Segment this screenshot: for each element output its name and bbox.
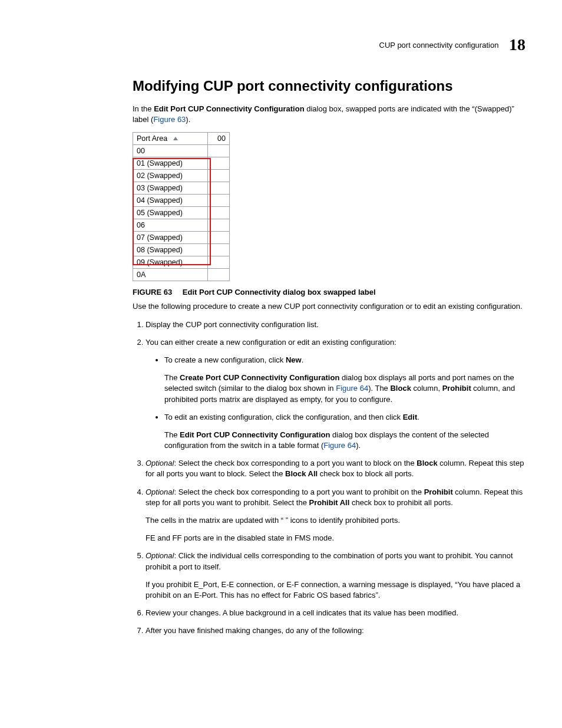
column-name: Prohibit [442,384,471,393]
checkbox-name: Block All [285,469,318,478]
text: check box to prohibit all ports. [349,498,453,507]
intro-paragraph: In the Edit Port CUP Connectivity Config… [133,104,525,125]
table-row[interactable]: 09 (Swapped) [133,256,208,269]
step-text: Review your changes. A blue background i… [146,608,458,617]
text: : Select the check box corresponding to … [174,459,416,467]
step-5: Optional: Click the individual cells cor… [146,551,525,601]
table-cell[interactable] [208,145,230,157]
running-title: CUP port connectivity configuration [379,41,499,50]
table-row[interactable]: 01 (Swapped) [133,157,208,170]
text: . [417,413,419,421]
step-text: You can either create a new configuratio… [146,337,525,348]
dialog-name: Create Port CUP Connectivity Configurati… [180,373,339,382]
procedure-steps: Display the CUP port connectivity config… [133,319,525,637]
step-text: Display the CUP port connectivity config… [146,320,319,329]
text: ). The [368,384,390,393]
text: To create a new configuration, click [164,355,286,364]
button-label-edit: Edit [403,413,418,421]
step-1: Display the CUP port connectivity config… [146,319,525,330]
table-cell[interactable] [208,219,230,232]
table-cell[interactable] [208,256,230,269]
optional-label: Optional [146,459,174,467]
table-cell[interactable] [208,182,230,195]
button-label-new: New [286,355,302,364]
text: The [164,430,180,439]
text: ). [186,115,190,124]
figure-63: Port Area 00 00 01 (Swapped) 02 (Swapped… [133,132,525,297]
table-header-port-area[interactable]: Port Area [133,133,208,145]
col-header-text: Port Area [137,134,167,143]
running-header: CUP port connectivity configuration 18 [133,35,525,54]
step-text: After you have finished making changes, … [146,626,364,635]
text: In the [133,104,154,113]
figure-link[interactable]: Figure 63 [153,115,186,124]
step-4: Optional: Select the check box correspon… [146,487,525,544]
figure-link[interactable]: Figure 64 [323,441,356,450]
table-row[interactable]: 04 (Swapped) [133,195,208,207]
table-cell[interactable] [208,207,230,219]
step-note: The cells in the matrix are updated with… [146,515,525,526]
table-row[interactable]: 06 [133,219,208,232]
text: To edit an existing configuration, click… [164,413,403,421]
sort-ascending-icon[interactable] [173,137,178,140]
figure-caption: FIGURE 63 Edit Port CUP Connectivity dia… [133,288,525,297]
optional-label: Optional [146,551,174,560]
page: CUP port connectivity configuration 18 M… [0,0,562,728]
optional-label: Optional [146,487,174,496]
port-area-table: Port Area 00 00 01 (Swapped) 02 (Swapped… [133,132,230,281]
instruction-paragraph: Use the following procedure to create a … [133,301,525,312]
table-row[interactable]: 05 (Swapped) [133,207,208,219]
text: : Click the individual cells correspondi… [146,551,513,571]
step-7: After you have finished making changes, … [146,625,525,636]
table-cell[interactable] [208,232,230,244]
text: . [302,355,304,364]
table-cell[interactable] [208,195,230,207]
text: check box to block all ports. [318,469,414,478]
table-row[interactable]: 03 (Swapped) [133,182,208,195]
bullet-new-config: To create a new configuration, click New… [164,355,525,405]
figure-label: FIGURE 63 [133,288,172,297]
table-row[interactable]: 08 (Swapped) [133,244,208,256]
column-name: Prohibit [424,487,453,496]
section-heading: Modifying CUP port connectivity configur… [133,78,525,94]
text: The [164,373,180,382]
step-2: You can either create a new configuratio… [146,337,525,452]
step-note: If you prohibit E_Port, E-E connection, … [146,579,525,601]
dialog-name: Edit Port CUP Connectivity Configuration [180,430,330,439]
text: column, [411,384,442,393]
chapter-number: 18 [509,35,525,54]
table-header-col2[interactable]: 00 [208,133,230,145]
table-cell[interactable] [208,157,230,170]
figure-link[interactable]: Figure 64 [336,384,368,393]
table-row[interactable]: 0A [133,269,208,281]
step-6: Review your changes. A blue background i… [146,608,525,618]
dialog-name: Edit Port CUP Connectivity Configuration [154,104,304,113]
column-name: Block [390,384,411,393]
table-cell[interactable] [208,170,230,182]
column-name: Block [416,459,437,467]
text: : Select the check box corresponding to … [174,487,424,496]
table-row[interactable]: 07 (Swapped) [133,232,208,244]
text: ). [356,441,361,450]
step-note: FE and FF ports are in the disabled stat… [146,533,525,543]
table-row[interactable]: 02 (Swapped) [133,170,208,182]
table-cell[interactable] [208,244,230,256]
figure-caption-text: Edit Port CUP Connectivity dialog box sw… [183,288,376,297]
table-cell[interactable] [208,269,230,281]
table-row[interactable]: 00 [133,145,208,157]
bullet-edit-config: To edit an existing configuration, click… [164,412,525,452]
step-3: Optional: Select the check box correspon… [146,458,525,479]
checkbox-name: Prohibit All [309,498,349,507]
